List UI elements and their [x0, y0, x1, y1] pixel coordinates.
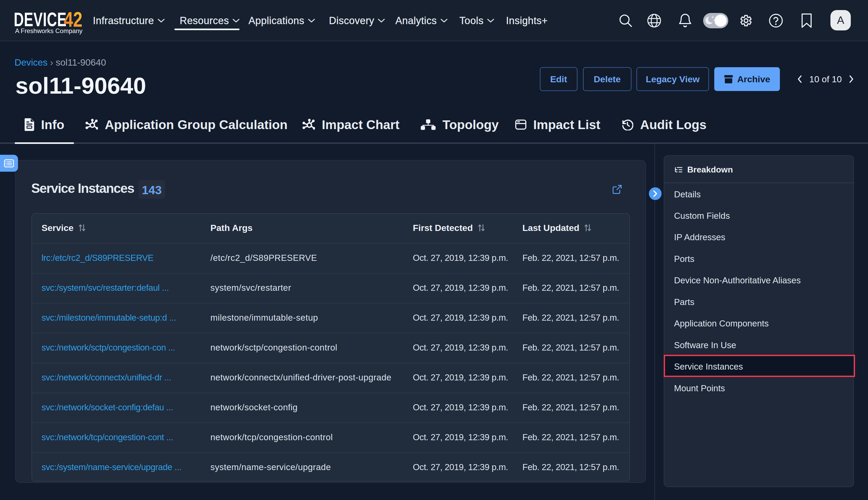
svg-text:A Freshworks Company: A Freshworks Company	[15, 27, 82, 34]
